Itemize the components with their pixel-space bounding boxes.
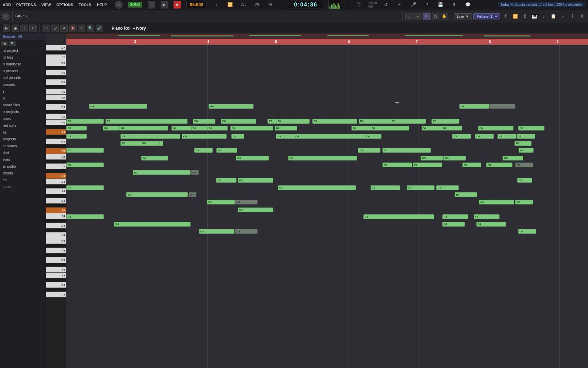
piano-key-B5[interactable]: B5 <box>46 120 66 125</box>
midi-note-c6e[interactable]: C6 <box>276 134 295 139</box>
save-icon[interactable]: 💾 <box>437 1 445 9</box>
midi-note-d6g[interactable]: D6 <box>230 126 273 131</box>
midi-note-c5a[interactable]: C5 <box>66 185 104 190</box>
piano-key-Fs5[interactable] <box>46 144 66 148</box>
midi-note-f5f[interactable]: F5 <box>515 163 533 167</box>
midi-note-d4b[interactable]: D4 <box>235 229 258 234</box>
mute-tool[interactable]: 🔇 <box>69 25 77 32</box>
midi-note-c6a[interactable]: C6 <box>66 134 87 139</box>
piano-key-C3[interactable]: C3 <box>46 292 66 297</box>
piano-key-Cs3[interactable] <box>46 288 66 292</box>
piano-key-Ds4[interactable] <box>46 219 66 223</box>
piano-key-Fs3[interactable] <box>46 263 66 267</box>
sidebar-item-13[interactable]: projects <box>0 136 46 142</box>
sidebar-item-19[interactable]: ch <box>0 177 46 183</box>
master-volume-knob[interactable] <box>115 1 122 9</box>
menu-item-patterns[interactable]: PATTERNS <box>16 3 36 7</box>
piano-key-Gs5[interactable] <box>46 135 66 139</box>
midi-note-a4c[interactable]: A4 <box>479 200 514 204</box>
menu-item-help[interactable]: HELP <box>97 3 107 7</box>
midi-note-c5c[interactable]: C5 <box>371 185 401 190</box>
note-icon[interactable]: ♪ <box>540 12 548 20</box>
piano-key-E3[interactable]: E3 <box>46 273 66 278</box>
grid-icon[interactable]: ⊞ <box>405 13 413 20</box>
midi-note-g6d[interactable] <box>489 104 516 109</box>
piano-key-A6[interactable]: A6 <box>46 70 66 76</box>
piano-key-D3[interactable]: D3 <box>46 282 66 288</box>
menu-item-options[interactable]: OPTIONS <box>56 3 74 7</box>
midi-note-f5d[interactable]: F5 <box>462 163 481 167</box>
midi-note-d6k[interactable]: D6 <box>422 126 444 131</box>
sidebar-item-18[interactable]: dfonts <box>0 170 46 177</box>
sidebar-item-9[interactable]: n projects <box>0 108 46 115</box>
piano-key-B6[interactable]: B6 <box>46 60 66 66</box>
piano-key-C5[interactable]: C5 <box>46 173 66 179</box>
menu-item-add[interactable]: ADD <box>3 3 11 7</box>
midi-note-g4a[interactable]: G4 <box>238 208 273 212</box>
piano-key-As5[interactable] <box>46 125 66 129</box>
sidebar-item-1[interactable]: nt files <box>0 54 46 61</box>
paint-tool[interactable]: 🖊 <box>51 25 59 32</box>
piano-key-Gs4[interactable] <box>46 194 66 198</box>
midi-note-c5d[interactable]: C5 <box>407 185 435 190</box>
piano-key-Gs3[interactable] <box>46 254 66 257</box>
midi-note-a5c[interactable]: A5 <box>216 148 237 153</box>
menu-item-tools[interactable]: TOOLS <box>79 3 92 7</box>
piano-key-Ds5[interactable] <box>46 160 66 164</box>
midi-note-f5b[interactable]: F5 <box>382 163 412 167</box>
midi-note-g6c[interactable]: G6 <box>459 104 489 109</box>
midi-note-a4d[interactable]: A4 <box>515 200 533 204</box>
record-mini-button[interactable]: ⏺ <box>12 25 19 32</box>
hand-icon[interactable]: ✋ <box>441 13 448 20</box>
midi-note-e6f[interactable]: E6 <box>276 119 310 124</box>
browser-header[interactable]: Browser - All <box>0 33 46 40</box>
piano-key-C4[interactable]: C4 <box>46 232 66 238</box>
midi-note-d6f[interactable]: D6 <box>207 126 228 131</box>
piano-key-G4[interactable]: G4 <box>46 198 66 204</box>
link-icon[interactable]: ⛓ <box>432 13 439 20</box>
piano-key-G6[interactable]: G6 <box>46 79 66 85</box>
bpm-display[interactable]: 85.000 <box>186 1 207 8</box>
midi-note-f5c[interactable]: F5 <box>413 163 442 167</box>
menu-item-view[interactable]: VIEW <box>42 3 51 7</box>
piano-key-As4[interactable] <box>46 185 66 188</box>
piano-key-As3[interactable] <box>46 244 66 248</box>
piano-key-Gs6[interactable] <box>46 76 66 79</box>
midi-note-g5b[interactable]: G5 <box>236 156 268 160</box>
mic-icon[interactable]: 🎤 <box>409 1 418 9</box>
midi-note-c6j[interactable]: C6 <box>497 134 516 139</box>
loop-icon[interactable]: 🔁 <box>226 1 234 9</box>
midi-note-f4a[interactable]: F4 <box>66 214 104 219</box>
piano-key-F4[interactable]: F4 <box>46 208 66 213</box>
piano-key-E4[interactable]: E4 <box>46 213 66 219</box>
line-dropdown[interactable]: Line ▼ <box>454 13 472 19</box>
midi-note-a5a[interactable]: A5 <box>66 148 104 153</box>
undo-icon[interactable]: ↩ <box>29 25 37 32</box>
sidebar-item-20[interactable]: lates <box>0 183 46 190</box>
midi-note-b4a[interactable]: B4 <box>126 192 188 197</box>
piano-key-Ds6[interactable] <box>46 101 66 104</box>
midi-note-c6c[interactable]: C6 <box>182 134 226 139</box>
piano-key-Cs6[interactable] <box>46 110 66 114</box>
piano-key-Fs4[interactable] <box>46 204 66 208</box>
midi-note-a4b[interactable]: A4 <box>235 200 258 204</box>
pitch-knob[interactable] <box>2 13 10 20</box>
select-tool[interactable]: ▭ <box>43 25 50 32</box>
midi-note-b4b[interactable]: B4 <box>189 192 196 197</box>
sidebar-item-4[interactable]: nel presets <box>0 74 46 81</box>
midi-note-f4d[interactable]: F4 <box>474 214 500 219</box>
midi-note-c6g[interactable]: C6 <box>365 134 381 139</box>
snap-icon[interactable]: ⊞ <box>253 1 261 9</box>
midi-note-a5e[interactable]: A5 <box>382 148 431 153</box>
midi-note-d6a[interactable]: D6 <box>66 126 87 131</box>
piano-key-C7[interactable]: C7 <box>46 55 66 60</box>
midi-note-c5b[interactable]: C5 <box>278 185 356 190</box>
midi-note-f5a[interactable]: F5 <box>66 163 104 167</box>
midi-note-d4c[interactable]: D4 <box>518 229 536 234</box>
stop-button[interactable]: ⬛ <box>148 1 155 9</box>
help-icon[interactable]: ? <box>423 1 431 9</box>
metronome-icon[interactable]: ♩ <box>212 1 220 9</box>
midi-note-e6j[interactable]: E6 <box>431 119 459 124</box>
piano-key-G5[interactable]: G5 <box>46 139 66 144</box>
sidebar-back-button[interactable]: ◀ <box>1 41 7 46</box>
